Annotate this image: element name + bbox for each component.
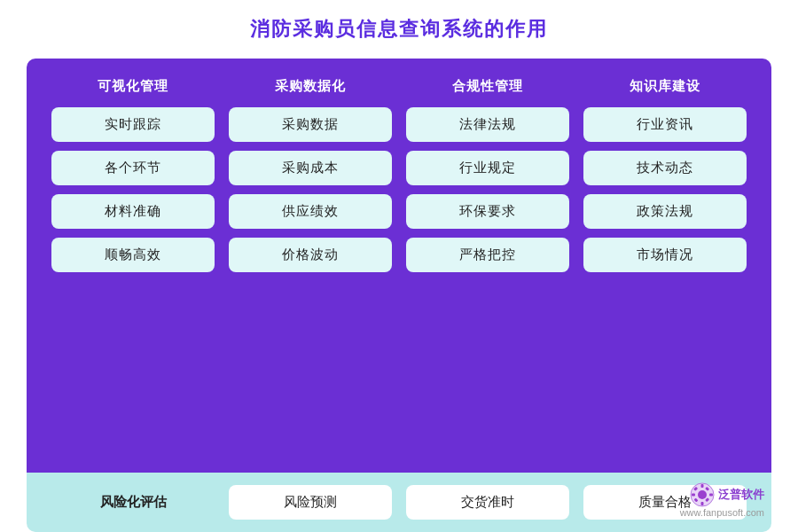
cell-3-1: 材料准确 <box>51 194 215 229</box>
cell-4-2: 价格波动 <box>229 238 392 272</box>
cell-3-2: 供应绩效 <box>229 194 392 229</box>
cell-2-4: 技术动态 <box>583 151 747 185</box>
cell-1-4: 行业资讯 <box>583 107 747 142</box>
bottom-item-2: 交货准时 <box>406 485 569 520</box>
col-header-2: 采购数据化 <box>229 78 392 95</box>
cell-1-1: 实时跟踪 <box>51 107 215 142</box>
cell-3-3: 环保要求 <box>406 194 569 229</box>
grid-row-1: 实时跟踪 采购数据 法律法规 行业资讯 <box>51 107 747 142</box>
main-card: 可视化管理 采购数据化 合规性管理 知识库建设 实时跟踪 采购数据 法律法规 行… <box>27 59 771 473</box>
cell-2-3: 行业规定 <box>406 151 569 185</box>
watermark-url: www.fanpusoft.com <box>680 507 764 518</box>
watermark-logo: 泛普软件 <box>690 482 764 507</box>
bottom-section: 风险化评估 风险预测 交货准时 质量合格 <box>27 473 771 532</box>
cell-2-2: 采购成本 <box>229 151 392 185</box>
svg-point-1 <box>698 490 707 499</box>
watermark: 泛普软件 www.fanpusoft.com <box>680 482 764 518</box>
cell-4-3: 严格把控 <box>406 238 569 272</box>
cell-2-1: 各个环节 <box>51 151 215 185</box>
cell-3-4: 政策法规 <box>583 194 747 229</box>
col-header-3: 合规性管理 <box>406 78 569 95</box>
grid-row-2: 各个环节 采购成本 行业规定 技术动态 <box>51 151 747 185</box>
grid-row-4: 顺畅高效 价格波动 严格把控 市场情况 <box>51 238 747 272</box>
watermark-brand: 泛普软件 <box>718 487 764 503</box>
bottom-label: 风险化评估 <box>51 485 215 520</box>
svg-rect-2 <box>701 484 704 488</box>
bottom-item-1: 风险预测 <box>229 485 392 520</box>
grid-row-3: 材料准确 供应绩效 环保要求 政策法规 <box>51 194 747 229</box>
svg-rect-3 <box>701 502 704 505</box>
svg-rect-5 <box>709 494 713 497</box>
col-header-4: 知识库建设 <box>583 78 747 95</box>
cell-1-3: 法律法规 <box>406 107 569 142</box>
svg-rect-4 <box>692 494 695 497</box>
page-title: 消防采购员信息查询系统的作用 <box>250 16 548 43</box>
cell-4-4: 市场情况 <box>583 238 747 272</box>
cell-4-1: 顺畅高效 <box>51 238 215 272</box>
col-header-1: 可视化管理 <box>51 78 215 95</box>
page-wrapper: 消防采购员信息查询系统的作用 可视化管理 采购数据化 合规性管理 知识库建设 实… <box>0 0 798 532</box>
cell-1-2: 采购数据 <box>229 107 392 142</box>
columns-header: 可视化管理 采购数据化 合规性管理 知识库建设 <box>51 78 747 95</box>
gear-icon <box>690 482 715 507</box>
